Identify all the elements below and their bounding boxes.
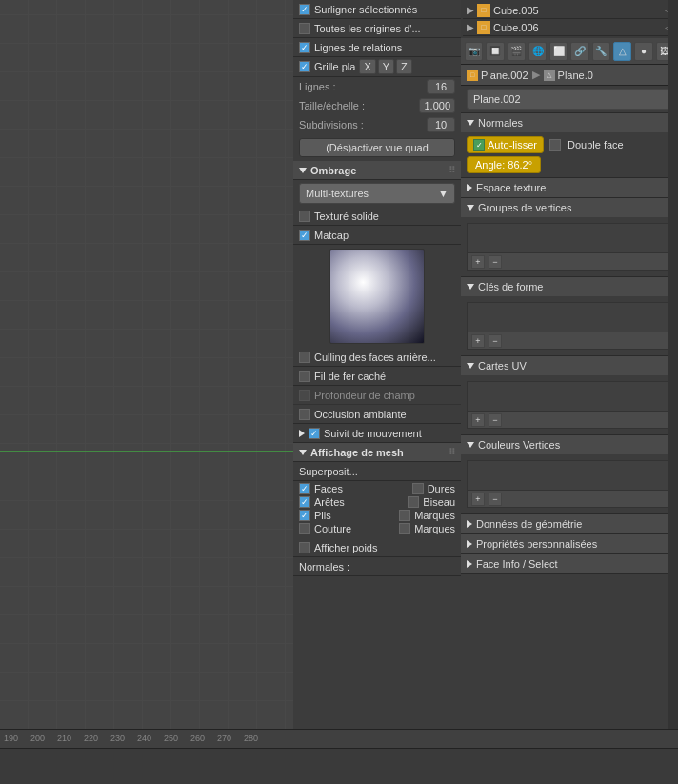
espace-texture-header[interactable]: Espace texture: [461, 178, 678, 197]
prop-icon-data[interactable]: △: [613, 42, 631, 61]
cles-remove-btn[interactable]: −: [489, 334, 502, 348]
taille-value[interactable]: 1.000: [419, 98, 455, 113]
object-name-field[interactable]: Plane.002: [467, 89, 672, 110]
prop-icon-render[interactable]: 🔲: [486, 42, 504, 61]
matcap-thumbnail[interactable]: [329, 249, 425, 344]
couleurs-vertices-section: Couleurs Vertices + −: [461, 435, 678, 514]
breadcrumb-mesh-icon: △: [544, 70, 555, 81]
suivit-check[interactable]: [309, 428, 320, 439]
prop-icon-world[interactable]: 🌐: [528, 42, 547, 61]
face-info-icon: [467, 560, 472, 568]
normales-header[interactable]: Normales: [461, 113, 678, 132]
viewport-grid: [0, 0, 293, 729]
donnees-geometrie-header[interactable]: Données de géométrie: [461, 514, 678, 533]
double-face-check[interactable]: [549, 139, 561, 151]
fil-de-fer-row: Fil de fer caché: [293, 367, 461, 386]
occlusion-check[interactable]: [299, 409, 310, 420]
angle-field[interactable]: Angle: 86.2°: [467, 156, 541, 173]
marques2-check[interactable]: [399, 523, 410, 534]
desactiver-btn[interactable]: (Dés)activer vue quad: [299, 138, 455, 157]
breadcrumb-bar: □ Plane.002 ▶ △ Plane.0: [461, 65, 678, 86]
subdivisions-field-row: Subdivisions : 10: [293, 115, 461, 134]
cartes-remove-btn[interactable]: −: [489, 413, 502, 427]
obj-cube005[interactable]: ▶ □ Cube.005 ◁: [463, 2, 676, 19]
plis-label: Plis: [314, 510, 399, 521]
groupes-add-btn[interactable]: +: [471, 255, 485, 269]
double-face-container: Double face: [549, 139, 624, 151]
face-info-header[interactable]: Face Info / Select: [461, 554, 678, 573]
cartes-add-btn[interactable]: +: [471, 413, 485, 427]
couleurs-add-btn[interactable]: +: [471, 493, 485, 506]
espace-texture-label: Espace texture: [476, 182, 546, 193]
plis-marques-row: Plis Marques: [299, 510, 455, 521]
prop-icon-material[interactable]: ●: [634, 42, 652, 61]
fil-de-fer-check[interactable]: [299, 371, 310, 382]
texture-solide-check[interactable]: [299, 211, 310, 222]
couleurs-remove-btn[interactable]: −: [489, 493, 502, 506]
plis-check[interactable]: [299, 510, 310, 521]
cartes-uv-header[interactable]: Cartes UV: [461, 356, 678, 375]
cles-forme-header[interactable]: Clés de forme: [461, 277, 678, 296]
prop-icon-camera[interactable]: 📷: [465, 42, 483, 61]
timeline: 190 200 210 220 230 240 250 260 270 280: [0, 729, 678, 784]
auto-lisser-label: Auto-lisser: [488, 139, 537, 151]
prop-icon-modifier[interactable]: 🔧: [592, 42, 610, 61]
texture-solide-row: Texturé solide: [293, 207, 461, 226]
culling-check[interactable]: [299, 352, 310, 363]
lignes-rel-check[interactable]: [299, 42, 310, 53]
axis-x-btn[interactable]: X: [359, 59, 375, 74]
espace-texture-section: Espace texture: [461, 178, 678, 198]
axis-y-btn[interactable]: Y: [378, 59, 394, 74]
auto-lisser-btn[interactable]: ✓ Auto-lisser: [467, 136, 544, 153]
groupes-vertices-header[interactable]: Groupes de vertices: [461, 198, 678, 217]
surligner-check[interactable]: [299, 4, 310, 15]
prop-icon-constraint[interactable]: 🔗: [570, 42, 588, 61]
taille-field-label: Taille/échelle :: [299, 100, 415, 111]
faces-label: Faces: [314, 483, 412, 494]
dures-check[interactable]: [412, 483, 424, 494]
surligner-row: Surligner sélectionnés: [293, 0, 461, 19]
proprietes-perso-header[interactable]: Propriétés personnalisées: [461, 534, 678, 553]
profondeur-check[interactable]: [299, 390, 310, 401]
biseau-check[interactable]: [408, 496, 419, 508]
right-panel: Surligner sélectionnés Toutes les origin…: [293, 0, 461, 729]
faces-check[interactable]: [299, 483, 310, 494]
prop-icon-scene[interactable]: 🎬: [508, 42, 526, 61]
obj-cube006[interactable]: ▶ □ Cube.006 ◁: [463, 19, 676, 36]
axis-z-btn[interactable]: Z: [396, 59, 412, 74]
lignes-field-row: Lignes : 16: [293, 77, 461, 96]
groupes-remove-btn[interactable]: −: [489, 255, 502, 269]
cles-add-btn[interactable]: +: [471, 334, 485, 348]
timeline-content[interactable]: [0, 749, 678, 784]
origines-row: Toutes les origines d'...: [293, 19, 461, 38]
cles-forme-label: Clés de forme: [478, 281, 543, 292]
afficher-poids-check[interactable]: [299, 542, 310, 553]
matcap-check[interactable]: [299, 230, 310, 241]
couleurs-vertices-header[interactable]: Couleurs Vertices: [461, 435, 678, 454]
viewport[interactable]: [0, 0, 293, 729]
origines-check[interactable]: [299, 23, 310, 34]
origines-label: Toutes les origines d'...: [314, 23, 421, 34]
marques1-check[interactable]: [399, 510, 410, 521]
expand-icon-cube006: ▶: [467, 22, 474, 32]
superposit-row: Superposit...: [293, 462, 461, 481]
aretes-biseau-row: Arêtes Biseau: [299, 496, 455, 508]
breadcrumb-sep: ▶: [532, 69, 540, 81]
lignes-field-label: Lignes :: [299, 81, 423, 92]
ruler-tick-250: 250: [164, 734, 190, 745]
cartes-list-area: + −: [467, 381, 672, 429]
aretes-check[interactable]: [299, 496, 310, 508]
couture-check[interactable]: [299, 523, 310, 534]
cles-forme-section: Clés de forme + −: [461, 277, 678, 356]
scroll-bar[interactable]: [668, 0, 678, 729]
texture-dropdown[interactable]: Multi-textures ▼: [299, 183, 455, 204]
subdivisions-value[interactable]: 10: [427, 117, 455, 132]
prop-icon-object[interactable]: ⬜: [549, 42, 568, 61]
mesh-checkboxes: Faces Dures Arêtes Biseau Plis Marques C…: [293, 481, 461, 538]
lignes-value[interactable]: 16: [427, 79, 455, 94]
face-info-label: Face Info / Select: [476, 558, 558, 570]
grille-check[interactable]: [299, 61, 310, 72]
biseau-label: Biseau: [423, 496, 455, 508]
object-name-value: Plane.002: [473, 93, 521, 105]
couture-label: Couture: [314, 523, 399, 534]
